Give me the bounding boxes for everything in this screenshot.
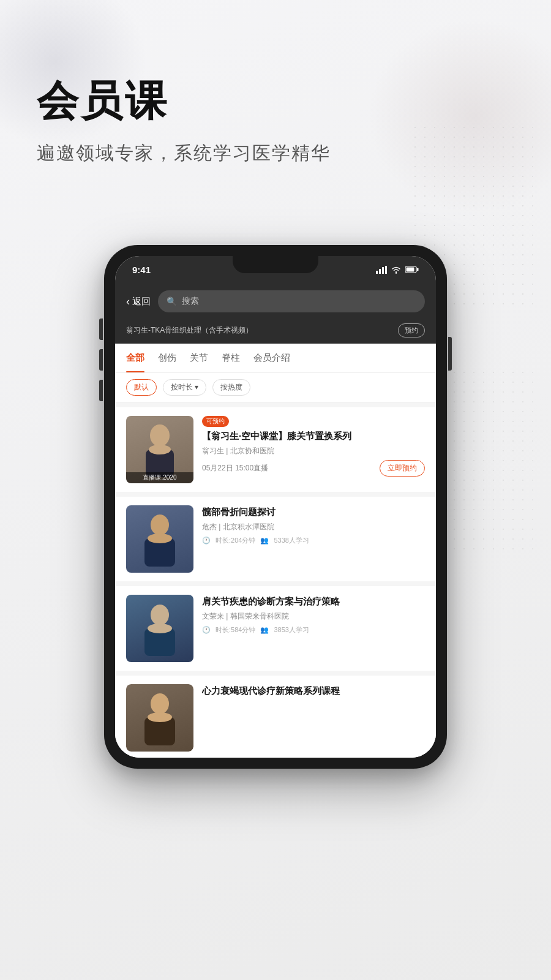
filter-default-label: 默认: [134, 382, 149, 393]
course-author-1: 翁习生 | 北京协和医院: [202, 446, 425, 456]
filter-heat-label: 按热度: [220, 382, 242, 393]
course-title-4: 心力衰竭现代诊疗新策略系列课程: [202, 684, 425, 697]
status-bar: 9:41: [115, 256, 436, 283]
filter-row: 默认 按时长 ▾ 按热度: [115, 373, 436, 402]
doctor-avatar-1: [138, 422, 181, 477]
reserve-button-1[interactable]: 立即预约: [380, 460, 425, 477]
filter-default[interactable]: 默认: [126, 379, 157, 396]
search-icon: 🔍: [167, 296, 177, 306]
course-thumb-2: [126, 505, 193, 573]
course-tags-1: 可预约: [202, 416, 425, 427]
duration-2: 时长:204分钟: [216, 536, 255, 545]
svg-point-7: [150, 424, 170, 447]
tabs-row: 全部 创伤 关节 脊柱 会员介绍: [115, 344, 436, 373]
back-arrow-icon: ‹: [126, 295, 130, 308]
back-button[interactable]: ‹ 返回: [126, 295, 151, 308]
course-info-1: 可预约 【翁习生·空中课堂】膝关节置换系列 翁习生 | 北京协和医院 05月22…: [202, 416, 425, 477]
learners-2: 5338人学习: [274, 536, 309, 545]
search-placeholder: 搜索: [182, 296, 199, 307]
course-info-3: 肩关节疾患的诊断方案与治疗策略 文荣来 | 韩国荣来骨科医院 🕐 时长:584分…: [202, 595, 425, 635]
svg-point-12: [148, 533, 172, 543]
course-info-2: 髋部骨折问题探讨 危杰 | 北京积水潭医院 🕐 时长:204分钟 👥 5338人…: [202, 505, 425, 545]
content-area: 全部 创伤 关节 脊柱 会员介绍: [115, 344, 436, 758]
tab-spine[interactable]: 脊柱: [222, 344, 240, 372]
svg-rect-0: [376, 271, 378, 274]
status-icons: [376, 265, 419, 274]
phone-frame: 9:41: [104, 245, 447, 769]
svg-point-15: [148, 624, 172, 633]
tab-trauma-label: 创伤: [158, 352, 176, 364]
hero-title: 会员课: [37, 80, 331, 121]
tab-all-label: 全部: [126, 352, 144, 364]
live-info-1: 05月22日 15:00直播 立即预约: [202, 460, 425, 477]
doctor-avatar-2: [138, 511, 181, 567]
doctor-avatar-4: [138, 690, 181, 745]
hero-subtitle: 遍邀领域专家，系统学习医学精华: [37, 141, 331, 166]
status-time: 9:41: [132, 265, 151, 275]
duration-3: 时长:584分钟: [216, 625, 255, 635]
breadcrumb-strip: 翁习生-TKA骨组织处理（含手术视频） 预约: [115, 320, 436, 344]
hero-section: 会员课 遍邀领域专家，系统学习医学精华: [37, 80, 331, 166]
svg-rect-5: [407, 268, 414, 272]
filter-duration[interactable]: 按时长 ▾: [163, 379, 206, 396]
doctor-avatar-3: [138, 601, 181, 656]
battery-icon: [405, 266, 419, 273]
svg-rect-6: [417, 268, 419, 271]
course-title-2: 髋部骨折问题探讨: [202, 505, 425, 518]
tab-membership[interactable]: 会员介绍: [253, 344, 290, 372]
tab-spine-label: 脊柱: [222, 352, 240, 364]
filter-heat[interactable]: 按热度: [212, 379, 250, 396]
search-bar[interactable]: 🔍 搜索: [158, 290, 425, 312]
course-meta-3: 🕐 时长:584分钟 👥 3853人学习: [202, 625, 425, 635]
course-card-1[interactable]: 直播课.2020 可预约 【翁习生·空中课堂】膝关节置换系列 翁习生 | 北京协…: [115, 407, 436, 492]
svg-point-18: [148, 712, 172, 722]
breadcrumb-reserve-button[interactable]: 预约: [398, 323, 425, 337]
filter-duration-label: 按时长 ▾: [171, 382, 198, 393]
course-card-2[interactable]: 髋部骨折问题探讨 危杰 | 北京积水潭医院 🕐 时长:204分钟 👥 5338人…: [115, 497, 436, 581]
course-info-4: 心力衰竭现代诊疗新策略系列课程: [202, 684, 425, 701]
course-author-3: 文荣来 | 韩国荣来骨科医院: [202, 611, 425, 622]
course-card-4[interactable]: 心力衰竭现代诊疗新策略系列课程: [115, 676, 436, 758]
clock-icon-3: 🕐: [202, 626, 211, 634]
tab-joint-label: 关节: [190, 352, 208, 364]
phone-screen: 9:41: [115, 256, 436, 758]
course-meta-2: 🕐 时长:204分钟 👥 5338人学习: [202, 536, 425, 545]
course-thumb-1: 直播课.2020: [126, 416, 193, 483]
course-thumb-3: [126, 595, 193, 662]
people-icon-3: 👥: [260, 626, 269, 634]
learners-3: 3853人学习: [274, 625, 309, 635]
thumb-label-1: 直播课.2020: [126, 472, 193, 483]
svg-point-16: [151, 693, 169, 714]
notch: [233, 256, 318, 273]
signal-icon: [376, 266, 387, 274]
clock-icon-2: 🕐: [202, 537, 211, 545]
tag-reservable-1: 可预约: [202, 416, 229, 427]
breadcrumb-text: 翁习生-TKA骨组织处理（含手术视频）: [126, 325, 253, 336]
tab-all[interactable]: 全部: [126, 344, 144, 372]
course-title-3: 肩关节疾患的诊断方案与治疗策略: [202, 595, 425, 608]
svg-point-13: [151, 605, 169, 625]
back-label: 返回: [132, 296, 151, 307]
course-card-3[interactable]: 肩关节疾患的诊断方案与治疗策略 文荣来 | 韩国荣来骨科医院 🕐 时长:584分…: [115, 586, 436, 671]
people-icon-2: 👥: [260, 537, 269, 545]
course-title-1: 【翁习生·空中课堂】膝关节置换系列: [202, 429, 425, 442]
tab-joint[interactable]: 关节: [190, 344, 208, 372]
course-thumb-4: [126, 684, 193, 752]
tab-trauma[interactable]: 创伤: [158, 344, 176, 372]
nav-bar: ‹ 返回 🔍 搜索: [115, 283, 436, 320]
phone-mockup: 9:41: [104, 245, 447, 769]
live-time-1: 05月22日 15:00直播: [202, 463, 268, 473]
svg-rect-2: [382, 267, 384, 274]
svg-point-9: [149, 445, 171, 454]
svg-point-10: [151, 514, 169, 535]
course-author-2: 危杰 | 北京积水潭医院: [202, 522, 425, 532]
tab-membership-label: 会员介绍: [253, 352, 290, 364]
svg-rect-3: [385, 266, 387, 274]
wifi-icon: [391, 265, 402, 274]
svg-rect-1: [379, 269, 381, 274]
